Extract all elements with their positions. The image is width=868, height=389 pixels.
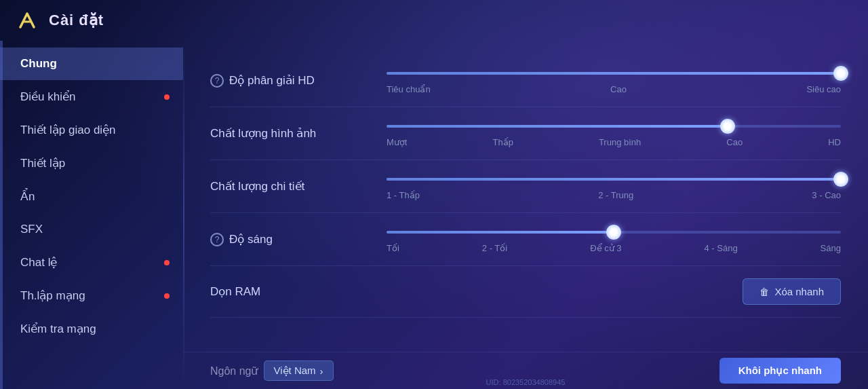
help-icon[interactable]: ? — [210, 233, 224, 246]
sidebar-item-label: Ẩn — [20, 189, 35, 204]
main-content: ? Độ phân giải HD Tiêu chuẩn Cao Siêu ca… — [183, 41, 868, 389]
sidebar-item-th-lap-mang[interactable]: Th.lập mạng — [0, 279, 183, 312]
slider-track-wrapper[interactable] — [387, 67, 841, 80]
uid-text: UID: 802352034808945 — [486, 378, 566, 389]
slider-fill — [387, 178, 841, 181]
sidebar-item-dieu-khien[interactable]: Điều khiển — [0, 80, 183, 113]
sidebar-item-label: SFX — [20, 223, 43, 236]
sidebar-item-label: Chat lệ — [20, 255, 57, 270]
sidebar-item-thiet-lap[interactable]: Thiết lập — [0, 147, 183, 180]
slider-track-wrapper[interactable] — [387, 225, 841, 239]
setting-label: ? Độ sáng — [210, 232, 387, 246]
setting-row-do-phan-giai: ? Độ phân giải HD Tiêu chuẩn Cao Siêu ca… — [210, 54, 841, 107]
slider-track — [387, 231, 841, 234]
restore-button[interactable]: Khôi phục nhanh — [719, 358, 841, 384]
setting-row-chat-luong-chi-tiet: Chất lượng chi tiết 1 - Thấp 2 - Trung 3… — [210, 160, 841, 213]
sidebar-item-thiet-lap-giao-dien[interactable]: Thiết lập giao diện — [0, 113, 183, 147]
sidebar-item-sfx[interactable]: SFX — [0, 213, 183, 246]
sidebar-item-label: Chung — [20, 57, 57, 71]
slider-track — [387, 72, 841, 75]
slider-thumb[interactable] — [606, 225, 621, 240]
bottom-bar: Ngôn ngữ Việt Nam › UID: 802352034808945… — [183, 352, 868, 389]
slider-chat-luong-chi-tiet[interactable]: 1 - Thấp 2 - Trung 3 - Cao — [387, 172, 841, 200]
slider-chat-luong-hinh-anh[interactable]: Mượt Thấp Trung bình Cao HD — [387, 119, 841, 147]
slider-thumb[interactable] — [833, 66, 848, 81]
sidebar-item-label: Kiểm tra mạng — [20, 322, 96, 336]
slider-labels: Tiêu chuẩn Cao Siêu cao — [387, 84, 841, 94]
logo-icon — [14, 7, 41, 34]
sidebar-item-chung[interactable]: Chung — [0, 48, 183, 80]
slider-do-sang[interactable]: Tối 2 - Tối Để cử 3 4 - Sáng Sáng — [387, 225, 841, 253]
slider-track — [387, 178, 841, 181]
clean-button-label: Xóa nhanh — [774, 286, 824, 297]
sidebar-item-label: Th.lập mạng — [20, 289, 85, 303]
clean-ram-label: Dọn RAM — [210, 284, 387, 299]
sidebar: Chung Điều khiển Thiết lập giao diện Thi… — [0, 41, 183, 389]
page-title: Cài đặt — [49, 12, 104, 29]
slider-labels: 1 - Thấp 2 - Trung 3 - Cao — [387, 190, 841, 200]
slider-do-phan-giai[interactable]: Tiêu chuẩn Cao Siêu cao — [387, 67, 841, 94]
notification-dot — [164, 94, 170, 100]
setting-label: Chất lượng chi tiết — [210, 179, 387, 193]
notification-dot — [164, 260, 170, 265]
slider-track-wrapper[interactable] — [387, 119, 841, 133]
slider-labels: Tối 2 - Tối Để cử 3 4 - Sáng Sáng — [387, 243, 841, 253]
setting-row-chat-luong-hinh-anh: Chất lượng hình ảnh Mượt Thấp Trung bình… — [210, 107, 841, 160]
setting-label: Chất lượng hình ảnh — [210, 126, 387, 141]
sidebar-item-chat-le[interactable]: Chat lệ — [0, 246, 183, 279]
help-icon[interactable]: ? — [210, 74, 224, 88]
chevron-right-icon: › — [320, 365, 323, 377]
slider-thumb[interactable] — [720, 119, 735, 134]
clean-button[interactable]: 🗑 Xóa nhanh — [743, 278, 841, 305]
clean-ram-row: Dọn RAM 🗑 Xóa nhanh — [210, 266, 841, 318]
sidebar-item-label: Điều khiển — [20, 90, 75, 104]
slider-labels: Mượt Thấp Trung bình Cao HD — [387, 137, 841, 147]
language-section: Ngôn ngữ Việt Nam › — [210, 360, 334, 381]
setting-label: ? Độ phân giải HD — [210, 73, 387, 88]
header: Cài đặt — [0, 0, 868, 41]
language-value-text: Việt Nam — [274, 365, 316, 377]
sidebar-item-kiem-tra-mang[interactable]: Kiểm tra mạng — [0, 312, 183, 346]
sidebar-item-label: Thiết lập giao diện — [20, 123, 116, 137]
slider-fill — [387, 125, 728, 128]
language-label: Ngôn ngữ — [210, 365, 258, 377]
sidebar-item-an[interactable]: Ẩn — [0, 180, 183, 213]
language-selector[interactable]: Việt Nam › — [264, 360, 334, 381]
slider-fill — [387, 231, 614, 234]
slider-fill — [387, 72, 841, 75]
sidebar-item-label: Thiết lập — [20, 156, 65, 170]
trash-icon: 🗑 — [760, 286, 769, 297]
notification-dot — [164, 293, 170, 299]
slider-track — [387, 125, 841, 128]
settings-container: Cài đặt Chung Điều khiển Thiết lập giao … — [0, 0, 868, 389]
slider-track-wrapper[interactable] — [387, 172, 841, 186]
slider-thumb[interactable] — [833, 172, 848, 187]
left-accent — [0, 41, 3, 389]
setting-row-do-sang: ? Độ sáng Tối 2 - Tối Để cử 3 4 - Sáng S… — [210, 213, 841, 266]
